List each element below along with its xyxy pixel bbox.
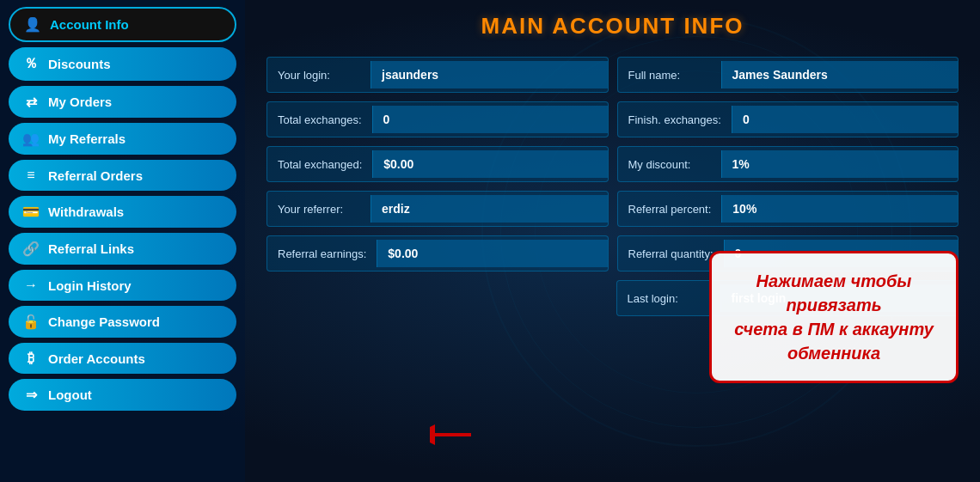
login-value: jsaunders [371, 61, 608, 88]
popup-tooltip: Нажимаем чтобы привязать счета в ПМ к ак… [709, 251, 959, 383]
page-title: MAIN ACCOUNT INFO [266, 13, 959, 40]
referrals-icon: 👥 [22, 131, 40, 147]
your-referrer-row: Your referrer: erdiz [266, 191, 609, 227]
sidebar-label-change-password: Change Password [48, 314, 160, 329]
logout-icon: ⇒ [22, 387, 40, 403]
my-discount-value: 1% [721, 150, 959, 178]
orders-icon: ⇄ [22, 94, 40, 110]
sidebar-label-referral-links: Referral Links [48, 241, 134, 256]
main-layout: 👤 Account Info ％ Discounts ⇄ My Orders 👥… [0, 0, 980, 482]
referral-percent-value: 10% [721, 195, 958, 223]
finish-exchanges-label: Finish. exchanges: [618, 107, 732, 133]
sidebar-item-discounts[interactable]: ％ Discounts [9, 47, 236, 81]
sidebar-item-my-referrals[interactable]: 👥 My Referrals [9, 123, 236, 155]
popup-line2: счета в ПМ к аккаунту обменника [734, 320, 934, 363]
sidebar-item-withdrawals[interactable]: 💳 Withdrawals [9, 196, 236, 228]
fullname-row: Full name: James Saunders [617, 57, 959, 93]
sidebar-label-account-info: Account Info [50, 17, 129, 32]
referral-percent-label: Referral percent: [618, 196, 722, 223]
referral-percent-row: Referral percent: 10% [617, 191, 959, 227]
sidebar-item-my-orders[interactable]: ⇄ My Orders [9, 86, 236, 118]
my-discount-label: My discount: [618, 151, 721, 178]
total-exchanges-row: Total exchanges: 0 [266, 101, 609, 137]
change-password-icon: 🔓 [22, 314, 40, 330]
sidebar: 👤 Account Info ％ Discounts ⇄ My Orders 👥… [0, 0, 245, 482]
total-exchanged-label: Total exchanged: [267, 151, 372, 178]
total-exchanged-row: Total exchanged: $0.00 [266, 146, 609, 182]
total-exchanges-value: 0 [372, 106, 608, 133]
sidebar-label-discounts: Discounts [48, 57, 111, 71]
sidebar-label-referral-orders: Referral Orders [48, 168, 143, 183]
sidebar-label-login-history: Login History [48, 278, 132, 293]
account-icon: 👤 [24, 16, 41, 33]
last-login-label: Last login: [617, 285, 720, 312]
popup-line1: Нажимаем чтобы привязать [756, 272, 912, 314]
withdrawals-icon: 💳 [22, 204, 40, 220]
login-label: Your login: [267, 62, 371, 88]
total-exchanges-label: Total exchanges: [267, 107, 372, 133]
your-referrer-value: erdiz [371, 195, 608, 223]
sidebar-item-referral-orders[interactable]: ≡ Referral Orders [9, 160, 236, 191]
your-referrer-label: Your referrer: [267, 196, 371, 223]
login-row: Your login: jsaunders [266, 57, 609, 93]
sidebar-label-my-referrals: My Referrals [48, 131, 126, 146]
main-content: MAIN ACCOUNT INFO Your login: jsaunders … [245, 0, 980, 482]
referral-earnings-label: Referral earnings: [267, 241, 377, 267]
referral-links-icon: 🔗 [22, 241, 40, 257]
popup-text: Нажимаем чтобы привязать счета в ПМ к ак… [733, 269, 934, 365]
account-info-grid: Your login: jsaunders Full name: James S… [266, 57, 959, 272]
my-discount-row: My discount: 1% [617, 146, 959, 182]
arrow-left-icon [430, 422, 473, 448]
discounts-icon: ％ [22, 55, 40, 73]
sidebar-label-my-orders: My Orders [48, 95, 112, 109]
fullname-value: James Saunders [721, 61, 959, 88]
sidebar-label-withdrawals: Withdrawals [48, 204, 124, 219]
sidebar-item-login-history[interactable]: → Login History [9, 270, 236, 301]
finish-exchanges-row: Finish. exchanges: 0 [617, 101, 959, 137]
last-row-spacer [266, 280, 608, 316]
fullname-label: Full name: [618, 62, 721, 88]
login-history-icon: → [22, 278, 40, 293]
finish-exchanges-value: 0 [732, 106, 958, 133]
referral-orders-icon: ≡ [22, 168, 40, 183]
sidebar-label-order-accounts: Order Accounts [48, 351, 145, 366]
sidebar-item-logout[interactable]: ⇒ Logout [9, 379, 236, 411]
total-exchanged-value: $0.00 [372, 150, 607, 178]
referral-earnings-row: Referral earnings: $0.00 [266, 235, 609, 272]
sidebar-item-change-password[interactable]: 🔓 Change Password [9, 306, 236, 338]
sidebar-label-logout: Logout [48, 387, 92, 402]
sidebar-item-referral-links[interactable]: 🔗 Referral Links [9, 233, 236, 265]
sidebar-item-account-info[interactable]: 👤 Account Info [9, 7, 236, 42]
referral-quantity-label: Referral quantity: [618, 241, 724, 267]
sidebar-item-order-accounts[interactable]: ₿ Order Accounts [9, 343, 236, 374]
referral-earnings-value: $0.00 [377, 240, 607, 267]
order-accounts-icon: ₿ [22, 351, 40, 366]
